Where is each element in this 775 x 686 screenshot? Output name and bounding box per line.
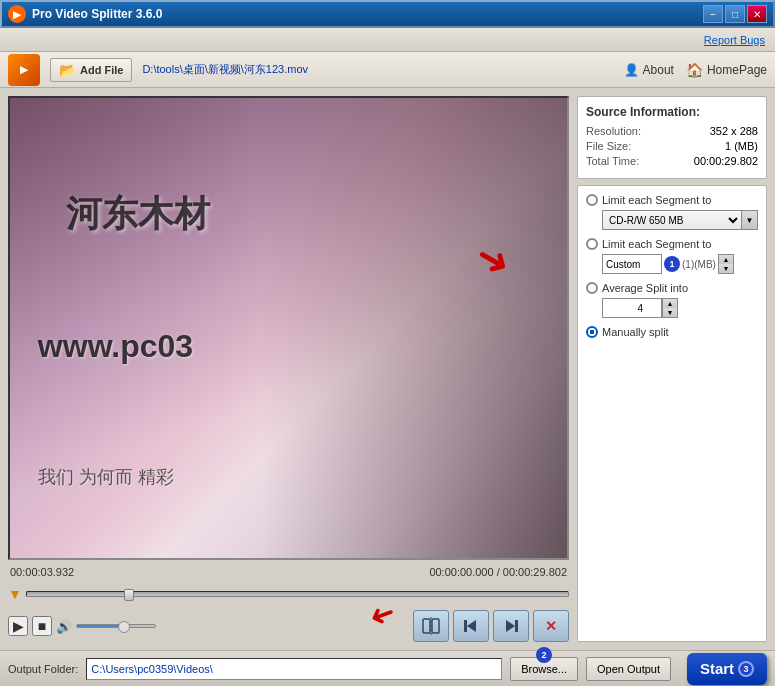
svg-marker-6 — [506, 620, 515, 632]
option2-radio[interactable] — [586, 238, 598, 250]
main-content: 河东木材 www.pc03 我们 为何而 精彩 ➜ 00:00:03.932 0… — [0, 88, 775, 650]
next-segment-button[interactable] — [493, 610, 529, 642]
report-bugs-link[interactable]: Report Bugs — [704, 34, 765, 46]
about-link[interactable]: 👤 About — [624, 63, 674, 77]
option1-label: Limit each Segment to — [602, 194, 711, 206]
homepage-label: HomePage — [707, 63, 767, 77]
spinner3-down[interactable]: ▼ — [663, 308, 677, 317]
filesize-label: File Size: — [586, 140, 631, 152]
option1-radio[interactable] — [586, 194, 598, 206]
add-file-button[interactable]: 📂 Add File — [50, 58, 132, 82]
split-count-input[interactable] — [602, 298, 662, 318]
resolution-value: 352 x 288 — [710, 125, 758, 137]
option4-label: Manually split — [602, 326, 669, 338]
total-time: 00:00:00.000 / 00:00:29.802 — [429, 566, 567, 578]
app-logo: ▶ — [8, 54, 40, 86]
option2-row: Limit each Segment to 1 (1)(MB) ▲ ▼ — [586, 238, 758, 274]
title-bar: ▶ Pro Video Splitter 3.6.0 − □ ✕ — [0, 0, 775, 28]
option2-input-row: 1 (1)(MB) ▲ ▼ — [602, 254, 758, 274]
split-button[interactable] — [413, 610, 449, 642]
bottom-bar: Output Folder: 2 Browse... Open Output S… — [0, 650, 775, 686]
home-icon: 🏠 — [686, 62, 703, 78]
right-panel: Source Information: Resolution: 352 x 28… — [577, 96, 767, 642]
start-label: Start — [700, 660, 734, 677]
browse-wrapper: 2 Browse... — [510, 657, 578, 681]
option4-radio[interactable] — [586, 326, 598, 338]
time-display: 00:00:03.932 00:00:00.000 / 00:00:29.802 — [8, 566, 569, 578]
close-button[interactable]: ✕ — [747, 5, 767, 23]
timeline-thumb[interactable] — [124, 589, 134, 601]
svg-rect-5 — [515, 620, 518, 632]
timeline-track[interactable] — [26, 591, 569, 597]
option3-radio-row: Average Split into — [586, 282, 758, 294]
option1-select-row: CD-R/W 650 MB ▼ — [602, 210, 758, 230]
option1-select[interactable]: CD-R/W 650 MB — [602, 210, 742, 230]
report-bar: Report Bugs — [0, 28, 775, 52]
volume-thumb[interactable] — [118, 621, 130, 633]
maximize-button[interactable]: □ — [725, 5, 745, 23]
video-placeholder: 河东木材 www.pc03 我们 为何而 精彩 ➜ — [10, 98, 567, 558]
homepage-link[interactable]: 🏠 HomePage — [686, 62, 767, 78]
totaltime-label: Total Time: — [586, 155, 639, 167]
start-badge: 3 — [738, 661, 754, 677]
svg-rect-0 — [423, 619, 430, 633]
playback-row: ▶ ■ 🔊 — [8, 610, 569, 642]
about-label: About — [643, 63, 674, 77]
option3-label: Average Split into — [602, 282, 688, 294]
volume-icon: 🔊 — [56, 619, 72, 634]
output-path-input[interactable] — [86, 658, 502, 680]
timeline-container[interactable]: ▼ — [8, 584, 569, 604]
custom-size-input[interactable] — [602, 254, 662, 274]
filesize-row: File Size: 1 (MB) — [586, 140, 758, 152]
spinner-up[interactable]: ▲ — [719, 255, 733, 264]
add-file-icon: 📂 — [59, 62, 76, 78]
spinner3-up[interactable]: ▲ — [663, 299, 677, 308]
stop-button[interactable]: ■ — [32, 616, 52, 636]
open-output-button[interactable]: Open Output — [586, 657, 671, 681]
spinner-down[interactable]: ▼ — [719, 264, 733, 273]
close-split-button[interactable]: ✕ — [533, 610, 569, 642]
options-box: Limit each Segment to CD-R/W 650 MB ▼ Li… — [577, 185, 767, 642]
current-time: 00:00:03.932 — [10, 566, 74, 578]
title-bar-left: ▶ Pro Video Splitter 3.6.0 — [8, 5, 163, 23]
start-button[interactable]: Start 3 — [687, 653, 767, 685]
file-path: D:\tools\桌面\新视频\河东123.mov — [142, 62, 613, 77]
split-icon — [422, 617, 440, 635]
play-button[interactable]: ▶ — [8, 616, 28, 636]
option2-radio-row: Limit each Segment to — [586, 238, 758, 250]
option3-row: Average Split into ▲ ▼ — [586, 282, 758, 318]
svg-rect-1 — [432, 619, 439, 633]
app-icon: ▶ — [8, 5, 26, 23]
resolution-label: Resolution: — [586, 125, 641, 137]
svg-rect-3 — [464, 620, 467, 632]
next-icon — [502, 617, 520, 635]
badge-2: 2 — [536, 647, 552, 663]
source-info-box: Source Information: Resolution: 352 x 28… — [577, 96, 767, 179]
video-overlay-subtitle: 我们 为何而 精彩 — [38, 465, 539, 489]
option1-row: Limit each Segment to CD-R/W 650 MB ▼ — [586, 194, 758, 230]
prev-segment-button[interactable] — [453, 610, 489, 642]
option3-input-row: ▲ ▼ — [602, 298, 758, 318]
video-overlay-url: www.pc03 — [38, 328, 193, 365]
volume-slider[interactable] — [76, 624, 156, 628]
video-panel: 河东木材 www.pc03 我们 为何而 精彩 ➜ 00:00:03.932 0… — [8, 96, 569, 642]
prev-icon — [462, 617, 480, 635]
toolbar-right: 👤 About 🏠 HomePage — [624, 62, 767, 78]
output-folder-label: Output Folder: — [8, 663, 78, 675]
option2-label: Limit each Segment to — [602, 238, 711, 250]
option2-spinner[interactable]: ▲ ▼ — [718, 254, 734, 274]
video-overlay-text: 河东木材 — [66, 190, 210, 239]
filesize-value: 1 (MB) — [725, 140, 758, 152]
timeline-marker: ▼ — [8, 586, 22, 602]
option1-select-arrow[interactable]: ▼ — [742, 210, 758, 230]
toolbar: ▶ 📂 Add File D:\tools\桌面\新视频\河东123.mov 👤… — [0, 52, 775, 88]
video-container: 河东木材 www.pc03 我们 为何而 精彩 ➜ — [8, 96, 569, 560]
option2-unit: (1)(MB) — [682, 259, 716, 270]
split-buttons: ✕ — [413, 610, 569, 642]
about-icon: 👤 — [624, 63, 639, 77]
minimize-button[interactable]: − — [703, 5, 723, 23]
window-controls: − □ ✕ — [703, 5, 767, 23]
option2-badge: 1 — [664, 256, 680, 272]
option3-radio[interactable] — [586, 282, 598, 294]
option3-spinner[interactable]: ▲ ▼ — [662, 298, 678, 318]
